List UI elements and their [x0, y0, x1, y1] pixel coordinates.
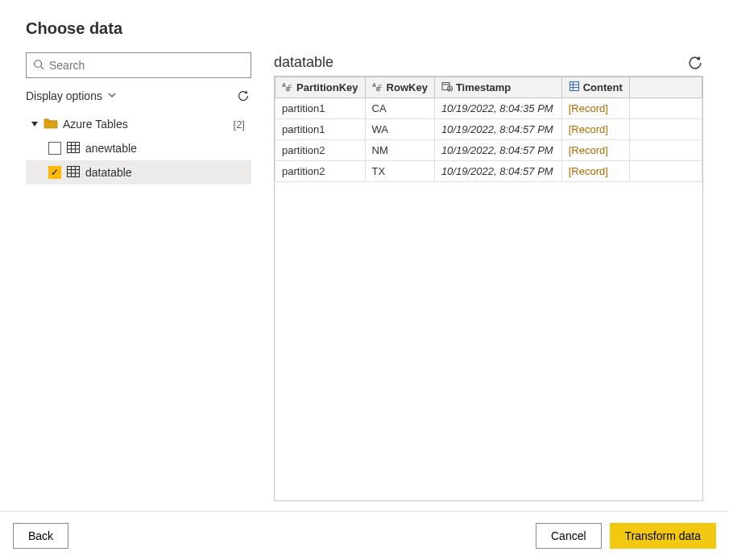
cell-rowkey: TX	[365, 161, 434, 182]
cell-rowkey: NM	[365, 140, 434, 161]
svg-line-1	[41, 66, 44, 69]
display-options-row: Display options	[26, 86, 251, 106]
cell-timestamp: 10/19/2022, 8:04:57 PM	[434, 119, 561, 140]
svg-rect-3	[68, 142, 80, 152]
dialog-footer: Back Cancel Transform data	[0, 511, 729, 560]
column-header-timestamp[interactable]: Timestamp	[434, 77, 561, 98]
cell-timestamp: 10/19/2022, 8:04:35 PM	[434, 98, 561, 119]
transform-data-button[interactable]: Transform data	[610, 523, 716, 549]
search-input[interactable]	[49, 59, 244, 72]
svg-text:C: C	[288, 84, 292, 89]
header-row: ABC PartitionKey ABC RowKey	[275, 77, 702, 98]
search-icon	[33, 59, 44, 73]
tree-group-label: Azure Tables	[63, 118, 229, 131]
column-header-filler	[629, 77, 702, 98]
display-options-menu[interactable]: Display options	[26, 89, 117, 102]
display-options-label: Display options	[26, 89, 102, 102]
search-input-wrapper[interactable]	[26, 52, 251, 78]
dialog-header: Choose data	[0, 0, 729, 52]
back-button[interactable]: Back	[13, 523, 68, 549]
tree-item-label: anewtable	[85, 142, 137, 155]
checkbox-datatable[interactable]	[48, 166, 61, 179]
datetime-type-icon	[441, 81, 453, 94]
main-content: Display options	[0, 52, 729, 511]
cell-rowkey: WA	[365, 119, 434, 140]
cell-timestamp: 10/19/2022, 8:04:57 PM	[434, 140, 561, 161]
column-header-partitionkey[interactable]: ABC PartitionKey	[275, 77, 366, 98]
text-type-icon: ABC	[282, 81, 293, 94]
cell-content[interactable]: [Record]	[561, 119, 629, 140]
table-icon	[66, 164, 81, 181]
record-type-icon	[569, 81, 580, 94]
svg-text:C: C	[379, 84, 383, 89]
column-header-rowkey[interactable]: ABC RowKey	[365, 77, 434, 98]
cell-partitionkey: partition2	[275, 140, 366, 161]
preview-pane: datatable ABC PartitionK	[274, 52, 703, 501]
table-row[interactable]: partition1 CA 10/19/2022, 8:04:35 PM [Re…	[275, 98, 702, 119]
preview-title: datatable	[274, 54, 333, 71]
preview-header: datatable	[274, 52, 703, 76]
column-header-content[interactable]: Content	[561, 77, 629, 98]
cell-partitionkey: partition2	[275, 161, 366, 182]
chevron-down-icon	[107, 89, 117, 102]
table-row[interactable]: partition2 NM 10/19/2022, 8:04:57 PM [Re…	[275, 140, 702, 161]
svg-line-23	[449, 89, 451, 89]
refresh-preview-button[interactable]	[687, 55, 703, 71]
cell-content[interactable]: [Record]	[561, 98, 629, 119]
caret-down-icon	[31, 118, 39, 131]
table-icon	[66, 140, 81, 157]
refresh-tree-button[interactable]	[235, 88, 251, 104]
navigator-tree: Azure Tables [2] anewtable	[26, 112, 251, 185]
folder-icon	[43, 116, 58, 133]
tree-item-anewtable[interactable]: anewtable	[26, 136, 251, 160]
svg-point-0	[35, 60, 42, 67]
table-row[interactable]: partition1 WA 10/19/2022, 8:04:57 PM [Re…	[275, 119, 702, 140]
tree-group-count: [2]	[234, 118, 245, 131]
page-title: Choose data	[26, 19, 703, 38]
cancel-button[interactable]: Cancel	[536, 523, 602, 549]
cell-rowkey: CA	[365, 98, 434, 119]
text-type-icon: ABC	[372, 81, 383, 94]
svg-rect-8	[68, 166, 80, 176]
data-table: ABC PartitionKey ABC RowKey	[275, 77, 702, 182]
svg-rect-24	[570, 82, 578, 91]
navigator-pane: Display options	[26, 52, 251, 501]
cell-content[interactable]: [Record]	[561, 140, 629, 161]
cell-timestamp: 10/19/2022, 8:04:57 PM	[434, 161, 561, 182]
tree-item-label: datatable	[85, 166, 132, 179]
preview-grid[interactable]: ABC PartitionKey ABC RowKey	[274, 76, 703, 501]
checkbox-anewtable[interactable]	[48, 142, 61, 155]
cell-content[interactable]: [Record]	[561, 161, 629, 182]
cell-partitionkey: partition1	[275, 119, 366, 140]
cell-partitionkey: partition1	[275, 98, 366, 119]
tree-group-azure-tables[interactable]: Azure Tables [2]	[26, 112, 251, 136]
tree-item-datatable[interactable]: datatable	[26, 160, 251, 185]
table-row[interactable]: partition2 TX 10/19/2022, 8:04:57 PM [Re…	[275, 161, 702, 182]
svg-marker-2	[31, 122, 38, 127]
